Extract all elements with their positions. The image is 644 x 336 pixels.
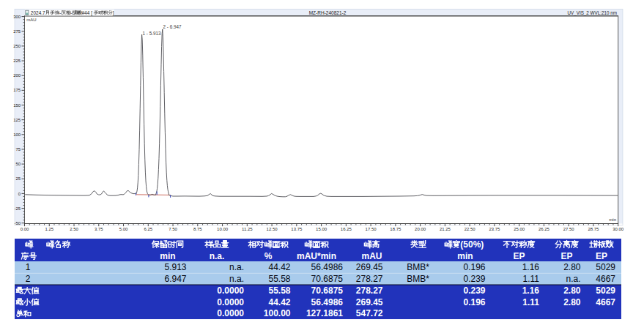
svg-text:13.75: 13.75 bbox=[291, 227, 303, 231]
svg-text:2 - 6.947: 2 - 6.947 bbox=[163, 24, 182, 29]
svg-text:0.196: 0.196 bbox=[463, 262, 485, 272]
svg-text:0.0000: 0.0000 bbox=[217, 285, 244, 296]
svg-text:70.6875: 70.6875 bbox=[311, 285, 344, 296]
svg-text:6.947: 6.947 bbox=[164, 274, 186, 284]
svg-text:2024.7: 2024.7 bbox=[31, 10, 45, 15]
svg-text:275: 275 bbox=[13, 29, 21, 34]
svg-text:44.42: 44.42 bbox=[268, 262, 290, 272]
svg-text:125: 125 bbox=[13, 118, 21, 122]
svg-text:20.00: 20.00 bbox=[415, 227, 426, 231]
svg-text:16.25: 16.25 bbox=[341, 227, 352, 231]
svg-text:0.239: 0.239 bbox=[463, 274, 485, 284]
svg-text:1.16: 1.16 bbox=[522, 285, 540, 296]
svg-text:EP: EP bbox=[560, 251, 572, 261]
svg-text:n.a.: n.a. bbox=[229, 274, 244, 284]
svg-text:5029: 5029 bbox=[596, 285, 615, 296]
svg-text:12.50: 12.50 bbox=[267, 227, 278, 231]
svg-text:56.4986: 56.4986 bbox=[311, 262, 344, 272]
svg-text:269.45: 269.45 bbox=[356, 297, 383, 307]
svg-text:-: - bbox=[70, 10, 72, 15]
svg-text:BMB*: BMB* bbox=[407, 274, 429, 284]
svg-text:EP: EP bbox=[596, 251, 607, 261]
svg-text:1 - 5.913: 1 - 5.913 bbox=[143, 31, 161, 36]
svg-text:min: min bbox=[609, 217, 616, 222]
svg-text:1.11: 1.11 bbox=[523, 274, 540, 284]
svg-text:7.50: 7.50 bbox=[169, 227, 177, 231]
svg-text:0.0000: 0.0000 bbox=[217, 308, 244, 318]
svg-text:26.25: 26.25 bbox=[538, 227, 550, 231]
svg-text:1.25: 1.25 bbox=[45, 227, 53, 231]
svg-text:min: min bbox=[160, 251, 175, 261]
svg-text:BMB*: BMB* bbox=[407, 262, 429, 272]
svg-text:150: 150 bbox=[13, 103, 21, 108]
svg-text:3.75: 3.75 bbox=[95, 227, 103, 231]
svg-text:27.50: 27.50 bbox=[563, 227, 575, 231]
svg-text:25: 25 bbox=[16, 176, 21, 181]
svg-text:25.00: 25.00 bbox=[514, 227, 525, 231]
svg-text:23.75: 23.75 bbox=[489, 227, 500, 231]
svg-text:4667: 4667 bbox=[596, 274, 615, 284]
svg-text:225: 225 bbox=[13, 59, 21, 63]
svg-text:56.4986: 56.4986 bbox=[311, 297, 344, 307]
svg-text:55.58: 55.58 bbox=[268, 274, 290, 284]
svg-text:21.25: 21.25 bbox=[440, 227, 451, 231]
svg-text:28.75: 28.75 bbox=[588, 227, 599, 231]
svg-text:2.50: 2.50 bbox=[70, 227, 78, 231]
svg-text:70.6875: 70.6875 bbox=[311, 274, 344, 284]
svg-text:mAU*min: mAU*min bbox=[297, 251, 336, 261]
svg-text:100: 100 bbox=[13, 132, 21, 137]
svg-text:-: - bbox=[59, 10, 61, 15]
svg-text:22.50: 22.50 bbox=[465, 227, 476, 231]
svg-text:11.25: 11.25 bbox=[242, 227, 253, 231]
svg-text:44.42: 44.42 bbox=[268, 297, 290, 307]
svg-text:UV_VIS_2 WVL:210 nm: UV_VIS_2 WVL:210 nm bbox=[567, 10, 617, 16]
svg-text:6.25: 6.25 bbox=[144, 227, 152, 231]
svg-text:127.1861: 127.1861 bbox=[306, 308, 343, 318]
svg-text:17.50: 17.50 bbox=[366, 227, 377, 231]
svg-text:10.00: 10.00 bbox=[217, 227, 229, 231]
svg-text:100.00: 100.00 bbox=[264, 308, 291, 318]
svg-text:1: 1 bbox=[26, 262, 31, 272]
svg-text:-50: -50 bbox=[15, 221, 21, 225]
svg-text:-25: -25 bbox=[15, 206, 21, 211]
svg-text:15.00: 15.00 bbox=[316, 227, 327, 231]
svg-text:0.196: 0.196 bbox=[463, 297, 485, 307]
svg-text:0.0000: 0.0000 bbox=[217, 297, 244, 307]
svg-text:#44 [: #44 [ bbox=[82, 10, 93, 16]
svg-text:250: 250 bbox=[13, 44, 21, 48]
svg-text:30.00: 30.00 bbox=[612, 227, 624, 231]
svg-text:EP: EP bbox=[513, 251, 525, 261]
svg-text:269.45: 269.45 bbox=[356, 262, 383, 272]
svg-text:2.80: 2.80 bbox=[563, 262, 581, 272]
svg-text:4667: 4667 bbox=[596, 297, 615, 307]
svg-text:2.80: 2.80 bbox=[563, 285, 581, 296]
svg-text:min: min bbox=[457, 251, 473, 261]
svg-text:n.a.: n.a. bbox=[210, 251, 225, 261]
svg-text:1.16: 1.16 bbox=[522, 262, 540, 272]
svg-text:2: 2 bbox=[26, 274, 31, 284]
svg-text:n.a.: n.a. bbox=[229, 262, 244, 272]
svg-text:5.00: 5.00 bbox=[119, 227, 128, 231]
svg-text:75: 75 bbox=[16, 147, 21, 152]
svg-text:0.00: 0.00 bbox=[21, 227, 29, 231]
svg-text:n.a.: n.a. bbox=[566, 274, 580, 284]
svg-text:]: ] bbox=[113, 10, 114, 16]
svg-text:5.913: 5.913 bbox=[164, 262, 186, 272]
svg-text:278.27: 278.27 bbox=[356, 285, 383, 296]
svg-text:%: % bbox=[264, 251, 273, 261]
svg-text:8.75: 8.75 bbox=[193, 227, 202, 231]
svg-text:50: 50 bbox=[16, 162, 21, 166]
svg-text:2.80: 2.80 bbox=[563, 297, 581, 307]
svg-text:0.239: 0.239 bbox=[463, 285, 485, 296]
svg-text:175: 175 bbox=[13, 88, 21, 92]
svg-text:mAU: mAU bbox=[361, 251, 382, 261]
svg-text:(50%): (50%) bbox=[460, 239, 484, 250]
svg-text:200: 200 bbox=[13, 73, 21, 78]
svg-text:mAU: mAU bbox=[26, 18, 36, 22]
svg-text:278.27: 278.27 bbox=[356, 274, 383, 284]
svg-text:55.58: 55.58 bbox=[268, 285, 290, 296]
svg-text:1.11: 1.11 bbox=[522, 297, 539, 307]
svg-text:MZ-RH-240821-2: MZ-RH-240821-2 bbox=[309, 10, 347, 15]
svg-text:5029: 5029 bbox=[596, 262, 615, 272]
svg-text:300: 300 bbox=[13, 15, 21, 19]
